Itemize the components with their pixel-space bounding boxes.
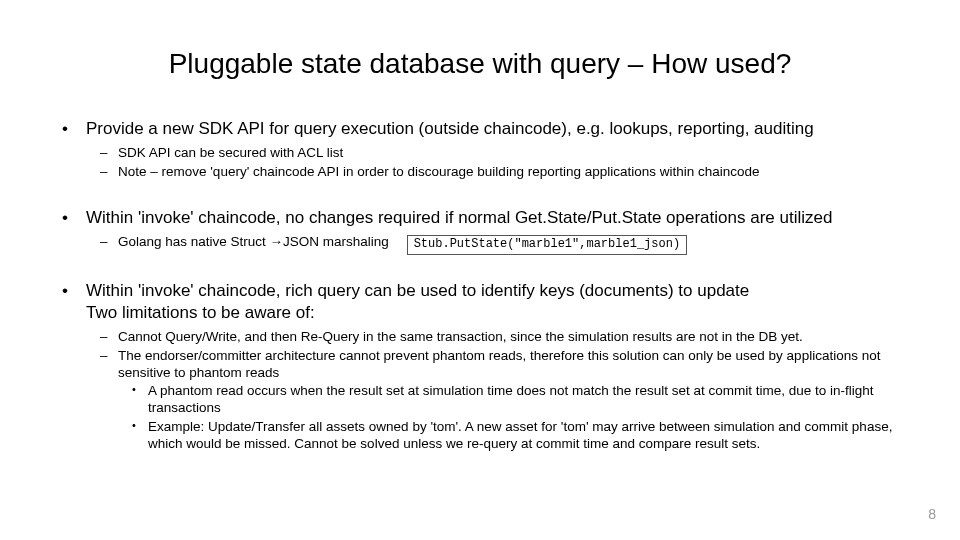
slide: Pluggable state database with query – Ho… <box>0 0 960 540</box>
bullet-3-sub-2: The endorser/committer architecture cann… <box>86 348 917 453</box>
bullet-3-sub-2-sub-2: Example: Update/Transfer all assets owne… <box>118 419 917 453</box>
bullet-1-sub: SDK API can be secured with ACL list Not… <box>86 145 917 181</box>
bullet-1: Provide a new SDK API for query executio… <box>62 118 917 181</box>
bullet-2-sub-1: Golang has native Struct →JSON marshalin… <box>86 234 917 254</box>
code-snippet: Stub.PutState("marble1",marble1_json) <box>407 235 687 255</box>
bullet-2-sub: Golang has native Struct →JSON marshalin… <box>86 234 917 254</box>
bullet-2-text: Within 'invoke' chaincode, no changes re… <box>86 208 832 227</box>
bullet-3-sub-2-text: The endorser/committer architecture cann… <box>118 348 880 380</box>
bullet-1-text: Provide a new SDK API for query executio… <box>86 119 814 138</box>
bullet-list: Provide a new SDK API for query executio… <box>62 118 917 453</box>
bullet-2-sub-1-text: Golang has native Struct →JSON marshalin… <box>118 234 389 249</box>
bullet-3-line2: Two limitations to be aware of: <box>86 303 315 322</box>
bullet-3-sub-2-sub: A phantom read occurs when the result se… <box>118 383 917 453</box>
slide-title: Pluggable state database with query – Ho… <box>0 48 960 80</box>
bullet-2: Within 'invoke' chaincode, no changes re… <box>62 207 917 254</box>
bullet-1-sub-1: SDK API can be secured with ACL list <box>86 145 917 162</box>
bullet-3-line1: Within 'invoke' chaincode, rich query ca… <box>86 281 749 300</box>
bullet-3: Within 'invoke' chaincode, rich query ca… <box>62 280 917 453</box>
bullet-3-sub-2-sub-1: A phantom read occurs when the result se… <box>118 383 917 417</box>
bullet-1-sub-2: Note – remove 'query' chaincode API in o… <box>86 164 917 181</box>
bullet-3-sub-1: Cannot Query/Write, and then Re-Query in… <box>86 329 917 346</box>
page-number: 8 <box>928 506 936 522</box>
bullet-3-sub: Cannot Query/Write, and then Re-Query in… <box>86 329 917 453</box>
slide-body: Provide a new SDK API for query executio… <box>62 118 917 457</box>
